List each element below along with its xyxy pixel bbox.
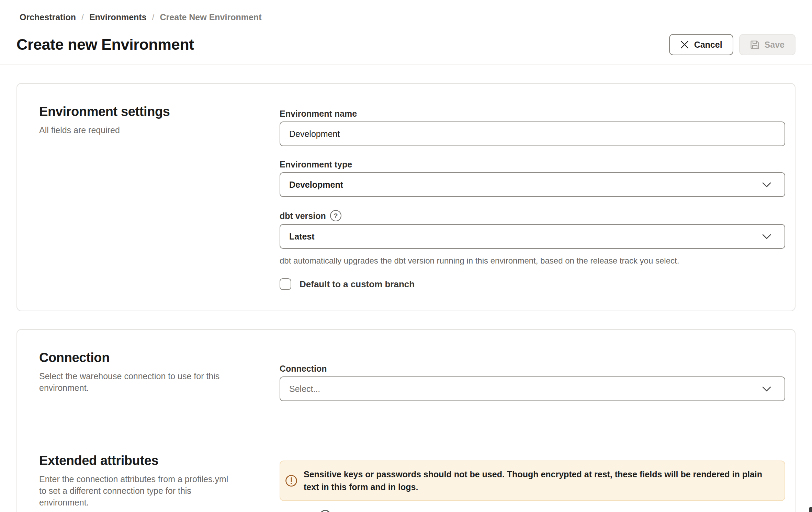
save-icon <box>750 40 759 49</box>
sensitive-keys-warning-banner: Sensitive keys or passwords should not b… <box>280 461 785 501</box>
connection-heading: Connection <box>39 350 280 365</box>
environment-type-value: Development <box>289 180 343 190</box>
environment-settings-form: Environment name Environment type Develo… <box>280 104 785 290</box>
sensitive-keys-warning-text: Sensitive keys or passwords should not b… <box>304 468 774 493</box>
header-actions: Cancel Save <box>669 34 796 55</box>
extended-attributes-intro: Extended attributes Enter the connection… <box>39 453 280 508</box>
header-divider <box>0 65 812 65</box>
environment-name-input[interactable] <box>280 121 785 146</box>
connection-intro: Connection Select the warehouse connecti… <box>39 350 280 401</box>
save-button[interactable]: Save <box>739 34 796 55</box>
page-title: Create new Environment <box>16 36 194 54</box>
page-header: Orchestration / Environments / Create Ne… <box>0 0 812 55</box>
breadcrumb-environments[interactable]: Environments <box>89 12 147 22</box>
connection-label: Connection <box>280 363 785 374</box>
save-button-label: Save <box>765 40 785 50</box>
extended-attributes-description: Enter the connection attributes from a p… <box>39 473 232 508</box>
breadcrumb-orchestration[interactable]: Orchestration <box>20 12 76 22</box>
corner-widget-sliver <box>809 507 812 512</box>
breadcrumb-current-page: Create New Environment <box>160 12 262 22</box>
environment-settings-subheading: All fields are required <box>39 124 232 136</box>
custom-branch-row: Default to a custom branch <box>280 278 785 290</box>
dbt-version-help-icon[interactable]: ? <box>330 210 341 221</box>
breadcrumb-separator: / <box>152 12 155 22</box>
extended-attributes-heading: Extended attributes <box>39 453 280 468</box>
connection-placeholder: Select... <box>289 384 320 394</box>
alert-circle-icon <box>285 475 297 487</box>
main-content: Environment settings All fields are requ… <box>0 83 812 512</box>
cancel-button[interactable]: Cancel <box>669 34 733 55</box>
connection-form: Connection Select... <box>280 363 785 401</box>
chevron-down-icon <box>762 234 771 240</box>
dbt-version-select[interactable]: Latest <box>280 224 785 249</box>
environment-type-label: Environment type <box>280 159 785 170</box>
chevron-down-icon <box>762 386 771 392</box>
chevron-down-icon <box>762 182 771 188</box>
breadcrumb-separator: / <box>81 12 84 22</box>
dbt-version-label: dbt version <box>280 211 326 221</box>
environment-settings-intro: Environment settings All fields are requ… <box>39 104 280 290</box>
dbt-version-value: Latest <box>289 232 315 242</box>
environment-settings-card: Environment settings All fields are requ… <box>16 83 796 311</box>
connection-description: Select the warehouse connection to use f… <box>39 370 232 394</box>
cancel-button-label: Cancel <box>694 40 722 50</box>
environment-name-label: Environment name <box>280 108 785 119</box>
environment-settings-heading: Environment settings <box>39 104 280 119</box>
close-icon <box>680 40 689 49</box>
breadcrumb: Orchestration / Environments / Create Ne… <box>20 12 796 22</box>
environment-type-select[interactable]: Development <box>280 172 785 197</box>
custom-branch-checkbox[interactable] <box>280 278 291 290</box>
connection-card: Connection Select the warehouse connecti… <box>16 329 796 512</box>
extended-attributes-form: Sensitive keys or passwords should not b… <box>280 453 785 508</box>
dbt-version-help-text: dbt automatically upgrades the dbt versi… <box>280 256 785 266</box>
custom-branch-label: Default to a custom branch <box>300 279 415 290</box>
connection-select[interactable]: Select... <box>280 376 785 401</box>
